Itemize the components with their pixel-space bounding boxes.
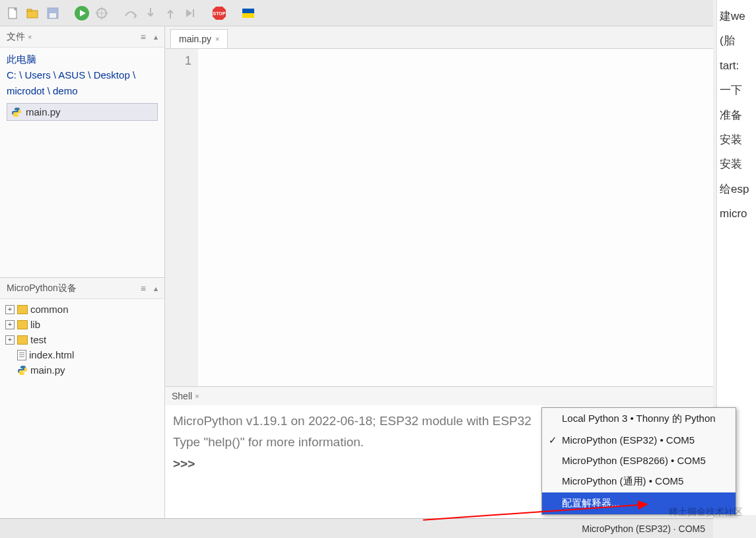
interpreter-popup: Local Python 3 • Thonny 的 PythonMicroPyt… [541,407,736,515]
popup-item[interactable]: MicroPython (ESP32) • COM5 [542,430,736,450]
svg-rect-4 [50,13,56,18]
expand-icon[interactable]: + [5,320,15,329]
save-icon[interactable] [45,5,61,21]
device-body: +common+lib+testindex.htmlmain.py [0,299,164,380]
toolbar: STOP [0,0,713,26]
tree-item-label: test [30,334,46,345]
device-panel-title: MicroPython设备 [7,283,77,294]
status-bar: MicroPython (ESP32) · COM5 [0,518,713,538]
close-icon[interactable]: × [195,392,199,400]
step-into-icon[interactable] [143,5,158,21]
tree-item[interactable]: +common [4,302,160,317]
tree-item-label: main.py [30,364,65,376]
editor-tab[interactable]: main.py × [170,29,228,48]
doc-line: (胎 [720,28,753,53]
svg-rect-13 [242,13,254,18]
popup-item[interactable]: MicroPython (通用) • COM5 [542,471,736,492]
files-panel-header: 文件 × ≡ ▴ [0,26,164,48]
panel-menu-icon[interactable]: ≡ [141,283,146,294]
computer-label[interactable]: 此电脑 [7,51,158,67]
python-icon [11,107,22,118]
tree-item-label: common [30,304,69,315]
files-body: 此电脑 C: \ Users \ ASUS \ Desktop \ microd… [0,48,164,125]
run-icon[interactable] [74,5,90,21]
close-icon[interactable]: × [28,33,32,41]
line-number: 1 [165,54,191,68]
file-name: main.py [26,106,61,118]
watermark: 稀土掘金技术社区 [669,506,743,518]
stop-icon[interactable]: STOP [211,5,227,21]
folder-icon [17,320,28,329]
file-item[interactable]: main.py [7,103,158,121]
device-panel: MicroPython设备 ≡ ▴ +common+lib+testindex.… [0,277,164,518]
left-sidebar: 文件 × ≡ ▴ 此电脑 C: \ Users \ ASUS \ Desktop… [0,26,165,518]
popup-item[interactable]: MicroPython (ESP8266) • COM5 [542,450,736,471]
current-path[interactable]: C: \ Users \ ASUS \ Desktop \ microdot \… [7,67,158,99]
close-icon[interactable]: × [215,35,219,43]
doc-line: 准备 [720,103,753,127]
svg-rect-12 [242,9,254,13]
svg-rect-2 [27,9,32,11]
expand-icon[interactable]: + [5,335,15,345]
step-out-icon[interactable] [162,5,178,21]
tree-item[interactable]: +test [4,332,160,347]
doc-line: 建we [720,4,753,28]
panel-menu-icon[interactable]: ≡ [141,32,146,42]
panel-collapse-icon[interactable]: ▴ [154,284,158,293]
device-panel-header: MicroPython设备 ≡ ▴ [0,278,164,299]
shell-title: Shell [172,391,192,401]
tree-item[interactable]: index.html [4,347,160,362]
doc-line: 安装 [720,127,753,152]
tree-item[interactable]: +lib [4,317,160,332]
doc-line: 安装 [720,152,753,176]
svg-text:STOP: STOP [213,11,226,16]
tree-item-label: index.html [29,349,74,360]
tree-item[interactable]: main.py [4,362,160,378]
files-panel: 文件 × ≡ ▴ 此电脑 C: \ Users \ ASUS \ Desktop… [0,26,164,277]
svg-rect-9 [193,9,194,17]
doc-line: tart: [720,53,753,78]
popup-item[interactable]: Local Python 3 • Thonny 的 Python [542,408,736,430]
interpreter-status[interactable]: MicroPython (ESP32) · COM5 [582,523,705,534]
doc-line: 给esp [720,177,753,201]
tab-label: main.py [179,34,211,44]
editor-area[interactable]: 1 [165,49,713,386]
svg-rect-1 [27,11,38,18]
shell-header: Shell × [165,387,713,405]
doc-line: 一下 [720,78,753,102]
open-icon[interactable] [25,5,41,21]
resume-icon[interactable] [182,5,198,21]
folder-icon [17,305,28,314]
step-over-icon[interactable] [123,5,139,21]
file-icon [17,350,26,360]
tree-item-label: lib [30,319,40,330]
code-area[interactable] [198,49,713,386]
python-icon [17,365,28,376]
files-panel-title: 文件 [7,31,25,43]
flag-icon[interactable] [240,5,256,21]
folder-icon [17,335,28,345]
line-gutter: 1 [165,49,198,386]
expand-icon[interactable]: + [5,305,15,314]
debug-icon[interactable] [94,5,110,21]
panel-collapse-icon[interactable]: ▴ [154,32,158,42]
doc-line: micro [720,201,753,226]
editor-tabs: main.py × [165,26,713,49]
new-file-icon[interactable] [5,5,21,21]
